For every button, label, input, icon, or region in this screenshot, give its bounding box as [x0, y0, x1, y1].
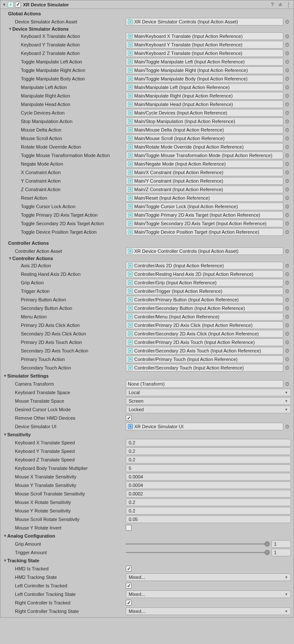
object-field[interactable]: Controller/Resting Hand Axis 2D (Input A… — [126, 270, 283, 278]
context-menu-icon[interactable]: ⋮ — [285, 1, 292, 8]
object-field[interactable]: Main/Toggle Manipulate Left (Input Actio… — [126, 58, 283, 66]
object-field[interactable]: None (Transform) — [126, 380, 283, 388]
foldout-arrow-icon[interactable]: ▼ — [2, 3, 6, 7]
object-picker-icon[interactable]: ⊙ — [283, 117, 291, 125]
preset-icon[interactable] — [277, 1, 284, 8]
object-field[interactable]: XR Device Simulator UI — [126, 423, 283, 430]
dropdown[interactable]: Screen▼ — [126, 397, 291, 405]
object-field[interactable]: Main/Manipulate Left (Input Action Refer… — [126, 83, 283, 91]
sensitivity-foldout[interactable]: ▼ Sensitivity — [2, 431, 292, 438]
object-picker-icon[interactable]: ⊙ — [283, 338, 291, 346]
object-picker-icon[interactable]: ⊙ — [283, 41, 291, 49]
object-field[interactable]: Main/Toggle Manipulate Body (Input Actio… — [126, 75, 283, 83]
object-picker-icon[interactable]: ⊙ — [283, 203, 291, 210]
simulator-settings-foldout[interactable]: ▼ Simulator Settings — [2, 372, 292, 380]
object-field[interactable]: XR Device Simulator Controls (Input Acti… — [126, 18, 283, 26]
slider-knob[interactable] — [265, 550, 270, 555]
number-field[interactable]: 0.0004 — [126, 481, 291, 489]
object-picker-icon[interactable]: ⊙ — [283, 228, 291, 236]
number-field[interactable]: 0.05 — [126, 515, 291, 523]
object-picker-icon[interactable]: ⊙ — [283, 143, 291, 151]
device-simulator-actions-foldout[interactable]: ▼ Device Simulator Actions — [2, 26, 292, 32]
object-field[interactable]: Main/Rotate Mode Override (Input Action … — [126, 143, 283, 151]
help-icon[interactable]: ? — [269, 1, 276, 8]
object-picker-icon[interactable]: ⊙ — [283, 160, 291, 168]
checkbox[interactable] — [126, 600, 132, 606]
object-picker-icon[interactable]: ⊙ — [283, 100, 291, 108]
object-picker-icon[interactable]: ⊙ — [283, 177, 291, 185]
object-field[interactable]: Controller/Primary 2D Axis Click (Input … — [126, 321, 283, 329]
object-picker-icon[interactable]: ⊙ — [283, 304, 291, 312]
object-field[interactable]: Main/Toggle Cursor Lock (Input Action Re… — [126, 203, 283, 210]
object-field[interactable]: Controller/Secondary Touch (Input Action… — [126, 364, 283, 372]
checkbox[interactable] — [126, 525, 132, 531]
object-picker-icon[interactable]: ⊙ — [283, 380, 291, 388]
dropdown[interactable]: Mixed...▼ — [126, 573, 291, 581]
number-field[interactable]: 1 — [271, 549, 291, 556]
dropdown[interactable]: Mixed...▼ — [126, 590, 291, 598]
object-field[interactable]: Main/Negate Mode (Input Action Reference… — [126, 160, 283, 168]
checkbox[interactable] — [126, 566, 132, 572]
object-picker-icon[interactable]: ⊙ — [283, 220, 291, 227]
object-picker-icon[interactable]: ⊙ — [283, 262, 291, 269]
object-field[interactable]: Controller/Primary Button (Input Action … — [126, 296, 283, 303]
object-picker-icon[interactable]: ⊙ — [283, 49, 291, 57]
checkbox[interactable] — [126, 583, 132, 589]
object-picker-icon[interactable]: ⊙ — [283, 211, 291, 219]
enable-checkbox[interactable] — [15, 2, 21, 8]
object-field[interactable]: Main/Keyboard Z Translate (Input Action … — [126, 49, 283, 57]
checkbox[interactable] — [126, 415, 132, 421]
object-field[interactable]: Main/Keyboard X Translate (Input Action … — [126, 32, 283, 40]
number-field[interactable]: 0.2 — [126, 507, 291, 515]
object-picker-icon[interactable]: ⊙ — [283, 287, 291, 295]
object-picker-icon[interactable]: ⊙ — [283, 279, 291, 286]
object-field[interactable]: Main/Manipulate Head (Input Action Refer… — [126, 100, 283, 108]
object-picker-icon[interactable]: ⊙ — [283, 194, 291, 202]
object-picker-icon[interactable]: ⊙ — [283, 347, 291, 355]
dropdown[interactable]: Mixed...▼ — [126, 607, 291, 615]
number-field[interactable]: 0.2 — [126, 447, 291, 455]
object-field[interactable]: Controller/Primary 2D Axis Touch (Input … — [126, 338, 283, 346]
object-field[interactable]: Controller/Trigger (Input Action Referen… — [126, 287, 283, 295]
object-field[interactable]: Controller/Axis 2D (Input Action Referen… — [126, 262, 283, 269]
object-picker-icon[interactable]: ⊙ — [283, 32, 291, 40]
object-picker-icon[interactable]: ⊙ — [283, 270, 291, 278]
number-field[interactable]: 5 — [126, 464, 291, 472]
object-picker-icon[interactable]: ⊙ — [283, 296, 291, 303]
tracking-state-foldout[interactable]: ▼ Tracking State — [2, 557, 292, 564]
object-picker-icon[interactable]: ⊙ — [283, 313, 291, 321]
object-field[interactable]: Main/Mouse Scroll (Input Action Referenc… — [126, 135, 283, 142]
slider-knob[interactable] — [265, 541, 270, 547]
number-field[interactable]: 0.2 — [126, 456, 291, 464]
object-field[interactable]: Main/Toggle Mouse Transformation Mode (I… — [126, 152, 283, 159]
object-picker-icon[interactable]: ⊙ — [283, 152, 291, 159]
object-picker-icon[interactable]: ⊙ — [283, 321, 291, 329]
object-field[interactable]: Main/X Constraint (Input Action Referenc… — [126, 169, 283, 176]
object-field[interactable]: XR Device Controller Controls (Input Act… — [126, 247, 283, 255]
object-picker-icon[interactable]: ⊙ — [283, 186, 291, 193]
object-picker-icon[interactable]: ⊙ — [283, 126, 291, 134]
analog-config-foldout[interactable]: ▼ Analog Configuration — [2, 532, 292, 540]
object-picker-icon[interactable]: ⊙ — [283, 18, 291, 26]
object-field[interactable]: Controller/Secondary Button (Input Actio… — [126, 304, 283, 312]
object-field[interactable]: Controller/Secondary 2D Axis Click (Inpu… — [126, 330, 283, 338]
object-field[interactable]: Main/Toggle Device Position Target (Inpu… — [126, 228, 283, 236]
number-field[interactable]: 0.0004 — [126, 473, 291, 481]
object-picker-icon[interactable]: ⊙ — [283, 364, 291, 372]
object-field[interactable]: Main/Toggle Secondary 2D Axis Target (In… — [126, 220, 283, 227]
controller-actions-foldout[interactable]: ▼ Controller Actions — [2, 255, 292, 261]
object-picker-icon[interactable]: ⊙ — [283, 66, 291, 74]
object-field[interactable]: Main/Toggle Manipulate Right (Input Acti… — [126, 66, 283, 74]
object-picker-icon[interactable]: ⊙ — [283, 92, 291, 100]
object-picker-icon[interactable]: ⊙ — [283, 135, 291, 142]
object-field[interactable]: Controller/Primary Touch (Input Action R… — [126, 355, 283, 363]
object-picker-icon[interactable]: ⊙ — [283, 169, 291, 176]
slider[interactable] — [126, 544, 270, 544]
object-field[interactable]: Main/Mouse Delta (Input Action Reference… — [126, 126, 283, 134]
dropdown[interactable]: Locked▼ — [126, 406, 291, 413]
object-field[interactable]: Main/Manipulate Right (Input Action Refe… — [126, 92, 283, 100]
object-field[interactable]: Main/Y Constraint (Input Action Referenc… — [126, 177, 283, 185]
object-picker-icon[interactable]: ⊙ — [283, 423, 291, 430]
number-field[interactable]: 0.2 — [126, 498, 291, 506]
object-field[interactable]: Main/Stop Manipulation (Input Action Ref… — [126, 117, 283, 125]
